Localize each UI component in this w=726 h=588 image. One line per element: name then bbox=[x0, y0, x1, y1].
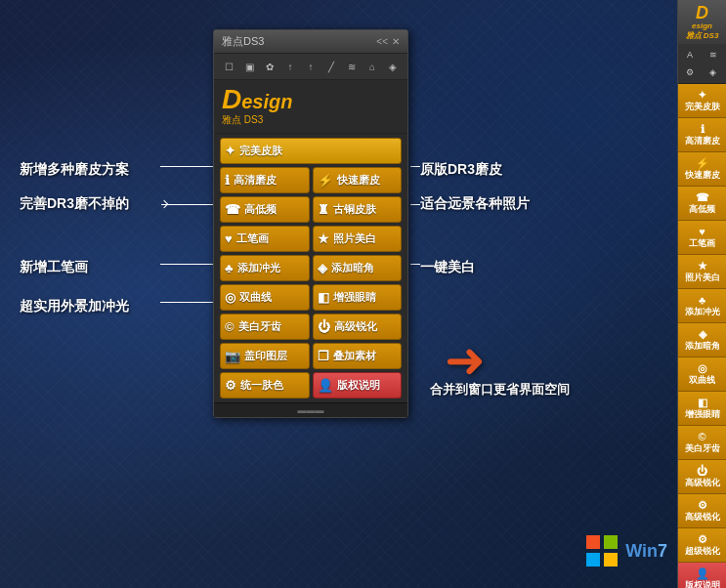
annotation-one-key-white: 一键美白 bbox=[420, 259, 475, 276]
r-eye-icon: ◧ bbox=[698, 396, 707, 409]
unify-skin-label: 统一肤色 bbox=[240, 378, 283, 393]
r-teeth-label: 美白牙齿 bbox=[685, 443, 720, 455]
right-btn-sharp[interactable]: ⏻ 高级锐化 bbox=[678, 460, 726, 494]
r-super-sharp-icon: ⚙ bbox=[698, 532, 707, 546]
svg-rect-2 bbox=[586, 553, 600, 567]
rt-icon-3[interactable]: ⚙ bbox=[680, 64, 700, 80]
add-dark-label: 添加暗角 bbox=[331, 261, 374, 275]
line-r1 bbox=[410, 166, 420, 167]
stamp-layer-label: 盖印图层 bbox=[244, 349, 287, 363]
tool-select[interactable]: ☐ bbox=[220, 58, 237, 75]
photo-white-icon: ★ bbox=[318, 231, 329, 246]
r-sharp-label: 高级锐化 bbox=[685, 478, 720, 489]
right-logo: D esign雅点 DS3 bbox=[680, 4, 724, 40]
panel-close[interactable]: ✕ bbox=[392, 36, 400, 47]
r-sharp2-icon: ⚙ bbox=[698, 498, 707, 512]
tool-magic[interactable]: ✿ bbox=[261, 58, 278, 75]
btn-high-freq[interactable]: ☎ 高低频 bbox=[220, 196, 310, 223]
btn-adv-sharp[interactable]: ⏻ 高级锐化 bbox=[313, 314, 403, 340]
add-material-label: 叠加素材 bbox=[333, 349, 376, 363]
right-btn-hd-skin[interactable]: ℹ 高清磨皮 bbox=[678, 118, 726, 152]
add-glow-label: 添加冲光 bbox=[237, 261, 280, 275]
btn-copper-skin[interactable]: ♜ 古铜皮肤 bbox=[313, 196, 403, 223]
tool-home[interactable]: ⌂ bbox=[363, 58, 381, 75]
panel-bottom: ▬▬▬ bbox=[214, 402, 407, 417]
btn-add-glow[interactable]: ♣ 添加冲光 bbox=[220, 255, 310, 281]
logo-esign: esign bbox=[241, 91, 292, 112]
rt-icon-4[interactable]: ◈ bbox=[704, 64, 723, 80]
panel-footer-text: ▬▬▬ bbox=[298, 405, 324, 415]
rt-icon-2[interactable]: ≋ bbox=[704, 47, 723, 63]
btn-fast-skin[interactable]: ⚡ 快速磨皮 bbox=[313, 167, 403, 193]
right-btn-high-low[interactable]: ☎ 高低频 bbox=[678, 187, 726, 221]
btn-copyright[interactable]: 👤 版权说明 bbox=[313, 372, 403, 399]
adv-sharp-label: 高级锐化 bbox=[334, 319, 377, 334]
high-freq-icon: ☎ bbox=[225, 202, 240, 217]
add-glow-icon: ♣ bbox=[225, 261, 234, 275]
r-brush-label: 工笔画 bbox=[689, 238, 715, 250]
rt-icon-1[interactable]: A bbox=[680, 47, 700, 63]
logo-area: Design 雅点 DS3 bbox=[214, 80, 407, 134]
right-top-icons: A ≋ ⚙ ◈ bbox=[678, 44, 726, 84]
right-panel: D esign雅点 DS3 A ≋ ⚙ ◈ ✦ 完美皮肤 ℹ 高清磨皮 ⚡ 快速… bbox=[677, 0, 726, 588]
right-btn-perfect-skin[interactable]: ✦ 完美皮肤 bbox=[678, 84, 726, 118]
win7-win: Win bbox=[625, 541, 658, 561]
high-freq-label: 高低频 bbox=[244, 202, 277, 217]
logo-text: Design bbox=[222, 86, 400, 113]
tool-up1[interactable]: ↑ bbox=[281, 58, 299, 75]
tool-settings[interactable]: ◈ bbox=[384, 58, 402, 75]
btn-add-dark[interactable]: ◈ 添加暗角 bbox=[313, 255, 403, 281]
btn-photo-white[interactable]: ★ 照片美白 bbox=[313, 226, 403, 252]
right-btn-super-sharp[interactable]: ⚙ 超级锐化 bbox=[678, 528, 726, 563]
add-material-icon: ❒ bbox=[318, 349, 329, 363]
btn-stamp-layer[interactable]: 📷 盖印图层 bbox=[220, 343, 310, 369]
btn-hd-skin[interactable]: ℹ 高清磨皮 bbox=[220, 167, 310, 193]
unify-skin-icon: ⚙ bbox=[225, 378, 236, 393]
right-btn-sharp2[interactable]: ⚙ 高级锐化 bbox=[678, 494, 726, 528]
main-panel: 雅点DS3 << ✕ ☐ ▣ ✿ ↑ ↑ ╱ ≋ ⌂ ◈ Design 雅点 D… bbox=[213, 29, 408, 418]
panel-collapse[interactable]: << bbox=[376, 36, 388, 47]
btn-unify-skin[interactable]: ⚙ 统一肤色 bbox=[220, 372, 310, 399]
r-photo-white-label: 照片美白 bbox=[685, 273, 720, 284]
r-hd-skin-label: 高清磨皮 bbox=[685, 136, 720, 147]
right-btn-copyright[interactable]: 👤 版权说明 bbox=[678, 563, 726, 588]
right-btn-glow[interactable]: ♣ 添加冲光 bbox=[678, 289, 726, 323]
line-r2 bbox=[410, 204, 420, 205]
btn-add-material[interactable]: ❒ 叠加素材 bbox=[313, 343, 403, 369]
perfect-skin-label: 完美皮肤 bbox=[239, 144, 282, 158]
right-btn-dark[interactable]: ◈ 添加暗角 bbox=[678, 323, 726, 357]
right-btn-eye[interactable]: ◧ 增强眼睛 bbox=[678, 392, 726, 426]
right-btn-curves[interactable]: ◎ 双曲线 bbox=[678, 357, 726, 392]
right-btn-brush[interactable]: ♥ 工笔画 bbox=[678, 221, 726, 255]
logo-d: D bbox=[222, 84, 241, 114]
tool-brush[interactable]: ╱ bbox=[322, 58, 340, 75]
curves-label: 双曲线 bbox=[239, 290, 272, 305]
btn-whiten-teeth[interactable]: © 美白牙齿 bbox=[220, 314, 310, 340]
right-btn-teeth[interactable]: © 美白牙齿 bbox=[678, 426, 726, 460]
logo-sub: 雅点 DS3 bbox=[222, 113, 400, 127]
r-high-low-icon: ☎ bbox=[696, 190, 709, 204]
right-btn-photo-white[interactable]: ★ 照片美白 bbox=[678, 255, 726, 289]
btn-curves[interactable]: ◎ 双曲线 bbox=[220, 284, 310, 311]
r-sharp2-label: 高级锐化 bbox=[685, 512, 720, 524]
btn-enhance-eye[interactable]: ◧ 增强眼睛 bbox=[313, 284, 403, 311]
tool-move[interactable]: ▣ bbox=[240, 58, 258, 75]
r-copyright-icon: 👤 bbox=[696, 567, 709, 580]
hd-skin-label: 高清磨皮 bbox=[234, 173, 277, 188]
svg-rect-0 bbox=[586, 535, 600, 549]
btn-brush-paint[interactable]: ♥ 工笔画 bbox=[220, 226, 310, 252]
btn-perfect-skin[interactable]: ✦ 完美皮肤 bbox=[220, 138, 402, 164]
toolbar-row: ☐ ▣ ✿ ↑ ↑ ╱ ≋ ⌂ ◈ bbox=[214, 54, 407, 80]
copper-skin-label: 古铜皮肤 bbox=[333, 202, 376, 217]
r-dark-icon: ◈ bbox=[699, 327, 706, 341]
right-btn-fast-skin[interactable]: ⚡ 快速磨皮 bbox=[678, 152, 726, 187]
r-glow-label: 添加冲光 bbox=[685, 307, 720, 318]
brush-paint-label: 工笔画 bbox=[236, 231, 269, 246]
panel-controls[interactable]: << ✕ bbox=[376, 36, 400, 47]
fast-skin-label: 快速磨皮 bbox=[337, 173, 380, 188]
svg-rect-3 bbox=[604, 553, 618, 567]
r-fast-skin-icon: ⚡ bbox=[696, 156, 709, 170]
r-high-low-label: 高低频 bbox=[689, 204, 715, 216]
tool-filter[interactable]: ≋ bbox=[343, 58, 361, 75]
tool-up2[interactable]: ↑ bbox=[302, 58, 320, 75]
